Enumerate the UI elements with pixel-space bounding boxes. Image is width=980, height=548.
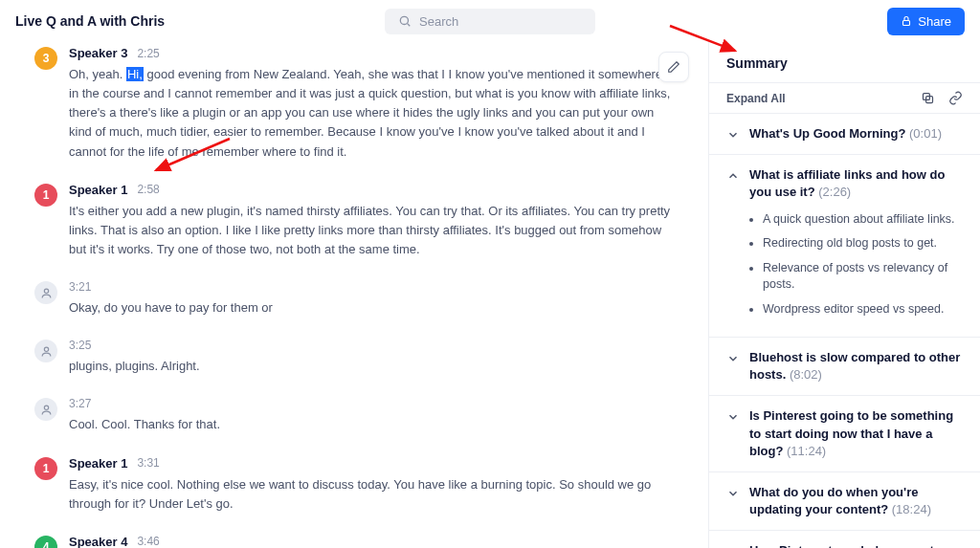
summary-section: What do you do when you're updating your… — [709, 472, 980, 531]
share-button[interactable]: Share — [887, 8, 965, 35]
summary-toolbar: Expand All — [709, 82, 980, 114]
link-icon[interactable] — [948, 91, 963, 105]
speaker-avatar — [34, 398, 57, 421]
summary-section: Bluehost is slow compared to other hosts… — [709, 338, 980, 396]
chevron-down-icon — [726, 352, 740, 365]
transcript-text: Easy, it's nice cool. Nothing else we wa… — [69, 475, 674, 514]
timestamp[interactable]: 3:46 — [137, 535, 159, 548]
timestamp[interactable]: 3:31 — [137, 456, 159, 470]
search-icon — [398, 14, 412, 28]
summary-section-title: What is affiliate links and how do you u… — [749, 166, 963, 201]
transcript-entry: 1Speaker 13:31Easy, it's nice cool. Noth… — [34, 456, 674, 514]
pencil-icon — [667, 60, 680, 74]
search-input[interactable]: Search — [385, 9, 595, 34]
chevron-down-icon — [726, 410, 740, 424]
timestamp[interactable]: 3:21 — [69, 280, 91, 294]
speaker-name[interactable]: Speaker 1 — [69, 456, 127, 471]
svg-point-3 — [44, 289, 48, 293]
timestamp[interactable]: 3:27 — [69, 397, 91, 410]
summary-section: How Pinterest can help you get traffic t… — [709, 531, 980, 548]
transcript-entry: 3:27Cool. Cool. Thanks for that. — [34, 397, 674, 434]
chevron-down-icon — [726, 128, 740, 142]
speaker-avatar: 1 — [34, 184, 57, 207]
summary-section-title: What do you do when you're updating your… — [749, 484, 963, 518]
transcript-text: Cool. Cool. Thanks for that. — [69, 415, 674, 434]
summary-bullet: Wordpress editor speed vs speed. — [763, 301, 963, 318]
chevron-down-icon — [726, 487, 740, 500]
transcript-text: plugins, plugins. Alright. — [69, 357, 674, 376]
summary-bullet: A quick question about affiliate links. — [763, 211, 963, 229]
summary-panel: Summary Expand All What's Up Good Mornin… — [708, 42, 980, 548]
summary-title: Summary — [709, 42, 980, 82]
page-title: Live Q and A with Chris — [15, 13, 165, 29]
search-placeholder: Search — [419, 14, 458, 29]
summary-bullet: Redirecting old blog posts to get. — [763, 235, 963, 252]
speaker-avatar — [34, 281, 57, 304]
transcript-panel: 3Speaker 32:25Oh, yeah. Hi, good evening… — [0, 42, 708, 548]
transcript-entry: 3:25plugins, plugins. Alright. — [34, 339, 674, 376]
transcript-text: It's either you add a new plugin, it's n… — [69, 202, 674, 259]
summary-section: What is affiliate links and how do you u… — [709, 155, 980, 338]
edit-button[interactable] — [658, 52, 689, 82]
summary-section-toggle[interactable]: What's Up Good Morning? (0:01) — [726, 125, 963, 142]
speaker-name[interactable]: Speaker 1 — [69, 183, 127, 197]
summary-section-title: What's Up Good Morning? (0:01) — [749, 125, 942, 142]
summary-section-title: Bluehost is slow compared to other hosts… — [749, 349, 963, 384]
summary-section-title: Is Pinterest going to be something to st… — [749, 407, 963, 460]
summary-section-toggle[interactable]: Bluehost is slow compared to other hosts… — [726, 349, 963, 384]
summary-section-toggle[interactable]: How Pinterest can help you get traffic t… — [726, 542, 963, 548]
expand-all-button[interactable]: Expand All — [726, 92, 786, 105]
timestamp[interactable]: 2:25 — [137, 47, 159, 60]
topbar: Live Q and A with Chris Search Share — [0, 0, 980, 42]
transcript-text: Oh, yeah. Hi, good evening from New Zeal… — [69, 65, 674, 162]
summary-section: Is Pinterest going to be something to st… — [709, 396, 980, 472]
speaker-avatar: 3 — [34, 47, 57, 70]
summary-bullets: A quick question about affiliate links.R… — [749, 211, 963, 318]
summary-section: What's Up Good Morning? (0:01) — [709, 114, 980, 155]
svg-point-0 — [400, 16, 408, 24]
transcript-entry: 3Speaker 32:25Oh, yeah. Hi, good evening… — [34, 46, 674, 162]
svg-rect-2 — [903, 21, 910, 26]
speaker-avatar: 4 — [34, 536, 57, 548]
summary-bullet: Relevance of posts vs relevancy of posts… — [763, 260, 963, 294]
chevron-up-icon — [726, 169, 740, 183]
transcript-entry: 4Speaker 43:46You I stopped music integr… — [34, 535, 674, 548]
summary-section-toggle[interactable]: What is affiliate links and how do you u… — [726, 166, 963, 201]
lock-icon — [901, 15, 912, 27]
timestamp[interactable]: 2:58 — [137, 183, 159, 196]
summary-section-title: How Pinterest can help you get traffic t… — [749, 542, 963, 548]
speaker-name[interactable]: Speaker 4 — [69, 535, 127, 548]
svg-point-4 — [44, 347, 48, 351]
summary-section-toggle[interactable]: What do you do when you're updating your… — [726, 484, 963, 518]
svg-point-5 — [44, 406, 48, 409]
transcript-text: Okay, do you have to pay for them or — [69, 298, 674, 318]
speaker-avatar — [34, 340, 57, 362]
svg-line-1 — [408, 24, 411, 27]
summary-section-toggle[interactable]: Is Pinterest going to be something to st… — [726, 407, 963, 460]
timestamp[interactable]: 3:25 — [69, 339, 91, 352]
transcript-entry: 1Speaker 12:58It's either you add a new … — [34, 183, 674, 259]
copy-icon[interactable] — [921, 91, 935, 105]
speaker-name[interactable]: Speaker 3 — [69, 46, 127, 60]
speaker-avatar: 1 — [34, 457, 57, 480]
transcript-entry: 3:21Okay, do you have to pay for them or — [34, 280, 674, 318]
